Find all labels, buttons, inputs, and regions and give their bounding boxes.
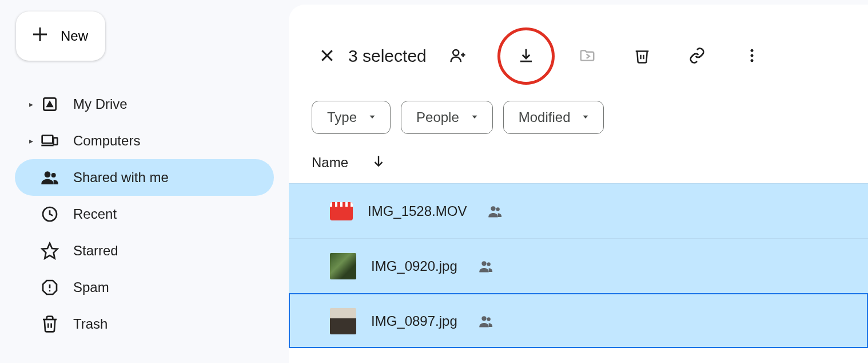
svg-point-34 — [487, 262, 490, 266]
more-actions-button[interactable] — [736, 41, 767, 72]
svg-marker-27 — [370, 116, 375, 119]
svg-point-35 — [481, 316, 486, 321]
filter-label: Modified — [519, 109, 571, 125]
delete-button[interactable] — [627, 41, 658, 72]
selection-count-label: 3 selected — [348, 46, 427, 66]
clear-selection-button[interactable] — [312, 41, 343, 72]
svg-point-17 — [453, 50, 459, 56]
sidebar-item-label: Recent — [73, 206, 117, 222]
trash-icon — [634, 47, 651, 66]
svg-point-32 — [496, 207, 500, 211]
image-thumbnail-icon — [330, 253, 356, 279]
sidebar-item-trash[interactable]: Trash — [15, 306, 274, 342]
trash-icon — [40, 314, 59, 334]
download-button[interactable] — [511, 41, 541, 72]
arrow-down-icon — [371, 156, 386, 171]
filter-type[interactable]: Type — [312, 101, 391, 134]
sidebar-item-label: Spam — [73, 279, 109, 295]
svg-point-12 — [49, 290, 51, 292]
new-button-label: New — [61, 28, 88, 44]
filter-label: People — [416, 109, 459, 125]
file-name: IMG_0920.jpg — [371, 258, 457, 274]
file-row[interactable]: IMG_0897.jpg — [289, 293, 868, 348]
file-row[interactable]: IMG_1528.MOV — [289, 183, 868, 238]
star-icon — [40, 241, 59, 261]
sidebar: New ▸ My Drive ▸ Computers Shared with m… — [0, 0, 289, 363]
sidebar-item-my-drive[interactable]: ▸ My Drive — [15, 86, 274, 123]
download-icon — [517, 47, 535, 66]
video-file-icon — [330, 202, 353, 220]
svg-point-7 — [51, 173, 56, 177]
shared-icon — [478, 258, 494, 274]
caret-right-icon: ▸ — [25, 136, 37, 145]
shared-icon — [487, 203, 503, 219]
more-vertical-icon — [743, 47, 761, 66]
svg-point-25 — [750, 54, 753, 57]
svg-rect-3 — [42, 136, 53, 143]
shared-icon — [478, 313, 494, 329]
sidebar-item-label: Shared with me — [73, 169, 169, 186]
plus-icon — [30, 24, 50, 48]
sidebar-item-computers[interactable]: ▸ Computers — [15, 123, 274, 159]
svg-point-36 — [487, 317, 490, 321]
spam-icon — [40, 278, 59, 297]
svg-marker-28 — [472, 116, 477, 119]
column-header-name[interactable]: Name — [312, 155, 348, 171]
sidebar-item-label: Starred — [73, 243, 118, 259]
caret-down-icon — [580, 109, 591, 125]
people-icon — [40, 168, 59, 187]
caret-down-icon — [367, 109, 377, 125]
filter-label: Type — [327, 109, 357, 125]
svg-point-6 — [45, 171, 51, 177]
filter-people[interactable]: People — [401, 101, 493, 134]
svg-marker-29 — [583, 116, 588, 119]
filter-modified[interactable]: Modified — [503, 101, 604, 134]
list-header: Name — [289, 153, 868, 183]
person-add-icon — [449, 47, 467, 66]
file-name: IMG_0897.jpg — [371, 313, 457, 329]
file-list: IMG_1528.MOV IMG_0920.jpg IMG_0897.jpg — [289, 183, 868, 363]
sidebar-item-recent[interactable]: Recent — [15, 196, 274, 232]
link-icon — [688, 47, 706, 66]
new-button[interactable]: New — [16, 11, 105, 61]
sidebar-nav: ▸ My Drive ▸ Computers Shared with me — [15, 86, 283, 342]
svg-point-33 — [481, 261, 486, 266]
get-link-button[interactable] — [682, 41, 712, 72]
svg-rect-4 — [54, 138, 58, 145]
sidebar-item-label: Trash — [73, 316, 107, 332]
sidebar-item-starred[interactable]: Starred — [15, 232, 274, 269]
file-name: IMG_1528.MOV — [368, 203, 467, 219]
image-thumbnail-icon — [330, 308, 356, 334]
sidebar-item-shared-with-me[interactable]: Shared with me — [15, 159, 274, 196]
svg-marker-9 — [42, 243, 58, 259]
folder-move-icon — [579, 47, 596, 66]
drive-icon — [40, 94, 59, 114]
svg-point-31 — [491, 206, 496, 211]
sidebar-item-label: My Drive — [73, 96, 128, 112]
share-button[interactable] — [443, 41, 473, 72]
svg-point-24 — [750, 49, 753, 52]
sidebar-item-spam[interactable]: Spam — [15, 269, 274, 306]
caret-right-icon: ▸ — [25, 100, 37, 109]
clock-icon — [40, 204, 59, 224]
selection-toolbar: 3 selected — [289, 27, 868, 101]
sidebar-item-label: Computers — [73, 133, 140, 149]
sort-direction-button[interactable] — [371, 153, 386, 172]
devices-icon — [40, 131, 59, 151]
download-highlight — [497, 27, 555, 85]
main-panel: 3 selected — [289, 5, 868, 363]
move-button[interactable] — [572, 41, 603, 72]
filter-bar: Type People Modified — [289, 101, 868, 153]
caret-down-icon — [469, 109, 480, 125]
svg-point-26 — [750, 59, 753, 62]
close-icon — [318, 47, 336, 66]
file-row[interactable]: IMG_0920.jpg — [289, 238, 868, 293]
